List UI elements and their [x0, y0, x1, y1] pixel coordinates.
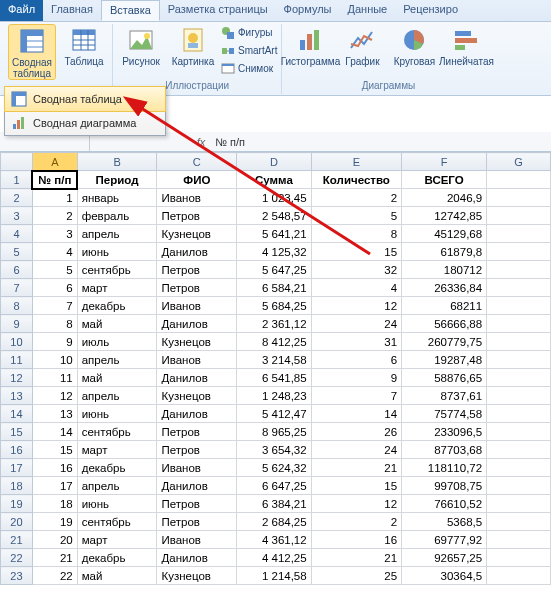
cell[interactable]: 1 — [32, 189, 77, 207]
cell[interactable]: 87703,68 — [402, 441, 487, 459]
cell[interactable]: сентябрь — [77, 423, 157, 441]
cell[interactable]: 15 — [311, 477, 401, 495]
cell[interactable] — [487, 315, 551, 333]
row-header[interactable]: 15 — [1, 423, 33, 441]
row-header[interactable]: 6 — [1, 261, 33, 279]
cell[interactable]: Петров — [157, 495, 237, 513]
cell[interactable]: Кузнецов — [157, 387, 237, 405]
cell[interactable]: июнь — [77, 405, 157, 423]
cell[interactable]: Данилов — [157, 243, 237, 261]
cell[interactable]: 26 — [311, 423, 401, 441]
cell[interactable]: 2 684,25 — [237, 513, 311, 531]
cell[interactable]: 5 647,25 — [237, 261, 311, 279]
header-cell[interactable]: Сумма — [237, 171, 311, 189]
cell[interactable]: 2 548,57 — [237, 207, 311, 225]
cell[interactable]: январь — [77, 189, 157, 207]
cell[interactable]: Кузнецов — [157, 225, 237, 243]
cell[interactable]: 9 — [32, 333, 77, 351]
tab-formulas[interactable]: Формулы — [276, 0, 340, 21]
cell[interactable]: 5 624,32 — [237, 459, 311, 477]
cell[interactable]: 19287,48 — [402, 351, 487, 369]
cell[interactable]: 7 — [311, 387, 401, 405]
header-cell[interactable]: № п/п — [32, 171, 77, 189]
cell[interactable]: апрель — [77, 387, 157, 405]
cell[interactable] — [487, 549, 551, 567]
cell[interactable]: Петров — [157, 441, 237, 459]
cell[interactable]: 2 361,12 — [237, 315, 311, 333]
cell[interactable]: 5 684,25 — [237, 297, 311, 315]
cell[interactable]: 4 125,32 — [237, 243, 311, 261]
cell[interactable]: май — [77, 567, 157, 585]
cell[interactable] — [487, 189, 551, 207]
col-header-B[interactable]: B — [77, 153, 157, 171]
cell[interactable] — [487, 351, 551, 369]
cell[interactable]: 6 541,85 — [237, 369, 311, 387]
cell[interactable]: 6 — [32, 279, 77, 297]
cell[interactable]: 76610,52 — [402, 495, 487, 513]
cell[interactable]: 31 — [311, 333, 401, 351]
cell[interactable]: Петров — [157, 513, 237, 531]
cell[interactable]: 7 — [32, 297, 77, 315]
pivot-table-button[interactable]: Сводная таблица — [8, 24, 56, 80]
row-header[interactable]: 5 — [1, 243, 33, 261]
cell[interactable]: 6 584,21 — [237, 279, 311, 297]
cell[interactable]: 32 — [311, 261, 401, 279]
cell[interactable]: 99708,75 — [402, 477, 487, 495]
tab-review[interactable]: Рецензиро — [395, 0, 466, 21]
cell[interactable]: февраль — [77, 207, 157, 225]
cell[interactable]: 45129,68 — [402, 225, 487, 243]
cell[interactable] — [487, 225, 551, 243]
cell[interactable]: 8 — [32, 315, 77, 333]
row-header[interactable]: 8 — [1, 297, 33, 315]
cell[interactable]: 233096,5 — [402, 423, 487, 441]
row-header[interactable]: 13 — [1, 387, 33, 405]
cell[interactable]: 4 — [32, 243, 77, 261]
cell[interactable]: Данилов — [157, 405, 237, 423]
cell[interactable]: Данилов — [157, 315, 237, 333]
cell[interactable]: 22 — [32, 567, 77, 585]
cell[interactable] — [487, 279, 551, 297]
cell[interactable]: 3 — [32, 225, 77, 243]
cell[interactable]: 5 — [32, 261, 77, 279]
cell[interactable]: 13 — [32, 405, 77, 423]
cell[interactable]: 8 — [311, 225, 401, 243]
cell[interactable]: 20 — [32, 531, 77, 549]
cell[interactable]: декабрь — [77, 297, 157, 315]
cell[interactable] — [487, 405, 551, 423]
row-header[interactable]: 21 — [1, 531, 33, 549]
cell[interactable] — [487, 495, 551, 513]
cell[interactable]: 69777,92 — [402, 531, 487, 549]
cell[interactable]: апрель — [77, 477, 157, 495]
cell[interactable]: 21 — [311, 459, 401, 477]
cell[interactable]: 92657,25 — [402, 549, 487, 567]
cell[interactable]: 16 — [311, 531, 401, 549]
dd-pivot-chart[interactable]: Сводная диаграмма — [5, 111, 165, 135]
cell[interactable]: 14 — [311, 405, 401, 423]
cell[interactable] — [487, 567, 551, 585]
pie-chart-button[interactable]: Круговая — [390, 24, 438, 67]
cell[interactable] — [487, 297, 551, 315]
cell[interactable]: декабрь — [77, 459, 157, 477]
cell[interactable]: 8 412,25 — [237, 333, 311, 351]
tab-data[interactable]: Данные — [339, 0, 395, 21]
cell[interactable] — [487, 477, 551, 495]
tab-home[interactable]: Главная — [43, 0, 101, 21]
cell[interactable]: 4 — [311, 279, 401, 297]
cell[interactable]: апрель — [77, 225, 157, 243]
cell[interactable]: март — [77, 531, 157, 549]
cell[interactable]: 2 — [32, 207, 77, 225]
cell[interactable]: Данилов — [157, 369, 237, 387]
cell[interactable]: 56666,88 — [402, 315, 487, 333]
cell[interactable]: 24 — [311, 441, 401, 459]
cell[interactable]: 6 384,21 — [237, 495, 311, 513]
table-button[interactable]: Таблица — [60, 24, 108, 67]
cell[interactable]: Петров — [157, 423, 237, 441]
cell[interactable]: Кузнецов — [157, 567, 237, 585]
cell[interactable]: сентябрь — [77, 261, 157, 279]
cell[interactable]: 9 — [311, 369, 401, 387]
row-header[interactable]: 17 — [1, 459, 33, 477]
cell[interactable]: март — [77, 441, 157, 459]
cell[interactable]: июнь — [77, 495, 157, 513]
col-header-C[interactable]: C — [157, 153, 237, 171]
row-header[interactable]: 22 — [1, 549, 33, 567]
